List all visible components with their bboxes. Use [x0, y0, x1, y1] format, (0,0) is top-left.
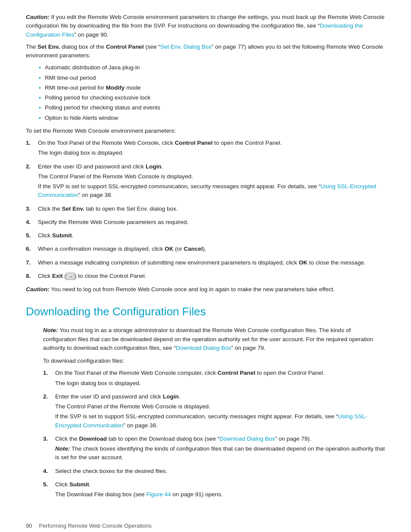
step-num-5: 5.	[26, 231, 38, 240]
download-step-3-line1: Click the Download tab to open the Downl…	[55, 435, 385, 443]
download-step-1-content: On the Tool Panel of the Remote Web Cons…	[55, 369, 385, 389]
list-item: Option to hide Alerts window	[39, 114, 385, 122]
step-6: 6. When a confirmation message is displa…	[26, 245, 385, 255]
list-item: Polling period for checking exclusive lo…	[39, 93, 385, 102]
env-parameters-list: Automatic distribution of Java plug-in R…	[39, 63, 385, 122]
step-7-content: When a message indicating completion of …	[38, 258, 385, 268]
bottom-caution-text: You need to log out from Remote Web Cons…	[50, 286, 335, 292]
caution-label-1: Caution:	[26, 14, 50, 20]
control-panel-bold-2: Control Panel	[218, 370, 255, 376]
set-env-text3: (see “	[144, 44, 160, 50]
note-label-2: Note:	[55, 445, 70, 452]
download-step-2: 2. Enter the user ID and password and cl…	[43, 392, 385, 431]
download-step-num-5: 5.	[43, 480, 55, 489]
download-steps-intro: To download configuration files:	[43, 357, 385, 365]
step-num-3: 3.	[26, 205, 38, 213]
step-2-line3: If the SVP is set to support SSL-encrypt…	[38, 182, 385, 200]
list-item: RMI time-out period for Modify mode	[39, 84, 385, 92]
bottom-caution-paragraph: Caution: You need to log out from Remote…	[26, 285, 385, 294]
set-env-steps-intro: To set the Remote Web Console environmen…	[26, 127, 385, 135]
step-7-line1: When a message indicating completion of …	[38, 258, 385, 267]
top-caution-paragraph: Caution: If you edit the Remote Web Cons…	[26, 13, 385, 39]
step-8: 8. Click Exit (→) to close the Control P…	[26, 272, 385, 282]
footer-text: Performing Remote Web Console Operations	[39, 522, 151, 530]
step-6-content: When a confirmation message is displayed…	[38, 245, 385, 255]
step-4-content: Specify the Remote Web Console parameter…	[38, 218, 385, 228]
step-8-content: Click Exit (→) to close the Control Pane…	[38, 272, 385, 282]
download-step-2-line3: If the SVP is set to support SSL-encrypt…	[55, 412, 385, 430]
step-8-line1: Click Exit (→) to close the Control Pane…	[38, 272, 385, 280]
download-step-2-line1: Enter the user ID and password and click…	[55, 392, 385, 401]
list-item: RMI time-out period	[39, 74, 385, 82]
download-step-num-4: 4.	[43, 467, 55, 476]
footer: 90 Performing Remote Web Console Operati…	[26, 517, 385, 530]
top-caution-suffix: ” on page 90.	[75, 31, 109, 38]
download-step-1-line2: The login dialog box is displayed.	[55, 379, 385, 388]
step-7: 7. When a message indicating completion …	[26, 258, 385, 268]
step-num-8: 8.	[26, 272, 38, 280]
exit-icon: →	[66, 273, 75, 280]
control-panel-bold-1: Control Panel	[175, 140, 213, 146]
exit-bold: Exit	[52, 273, 63, 279]
download-note-end: ” on page 79.	[231, 345, 266, 351]
download-steps-list: 1. On the Tool Panel of the Remote Web C…	[43, 369, 385, 500]
step-2: 2. Enter the user ID and password and cl…	[26, 162, 385, 201]
step-3-line1: Click the Set Env. tab to open the Set E…	[38, 205, 385, 213]
step-1-line1: On the Tool Panel of the Remote Web Cons…	[38, 139, 385, 147]
step-1: 1. On the Tool Panel of the Remote Web C…	[26, 139, 385, 159]
step-4: 4. Specify the Remote Web Console parame…	[26, 218, 385, 228]
submit-bold-1: Submit	[52, 232, 72, 239]
download-step-num-3: 3.	[43, 435, 55, 443]
step-5: 5. Click Submit.	[26, 231, 385, 241]
step-3: 3. Click the Set Env. tab to open the Se…	[26, 205, 385, 215]
download-step-num-1: 1.	[43, 369, 55, 377]
list-item: Polling period for checking status and e…	[39, 103, 385, 112]
download-section-content: Note: You must log in as a storage admin…	[43, 326, 385, 500]
step-2-content: Enter the user ID and password and click…	[38, 162, 385, 201]
ok-bold-2: OK	[299, 259, 308, 266]
set-env-dialog-box-link[interactable]: Set Env. Dialog Box	[160, 44, 212, 50]
download-step-3: 3. Click the Download tab to open the Do…	[43, 435, 385, 464]
ssl-link-1[interactable]: Using SSL-Encrypted Communication	[38, 183, 376, 198]
step-num-4: 4.	[26, 218, 38, 227]
download-step-5-content: Click Submit. The Download File dialog b…	[55, 480, 385, 501]
download-step-5: 5. Click Submit. The Download File dialo…	[43, 480, 385, 501]
cancel-bold: Cancel	[184, 246, 202, 252]
download-step-4-line1: Select the check boxes for the desired f…	[55, 467, 385, 476]
step-num-2: 2.	[26, 162, 38, 171]
set-env-tab-bold: Set Env.	[62, 205, 84, 212]
step-num-7: 7.	[26, 258, 38, 267]
set-env-text2: dialog box of the	[60, 44, 106, 50]
download-step-1: 1. On the Tool Panel of the Remote Web C…	[43, 369, 385, 389]
set-env-text1: The	[26, 44, 37, 50]
download-dialog-box-link-1[interactable]: Download Dialog Box	[176, 345, 231, 351]
step-5-line1: Click Submit.	[38, 231, 385, 240]
step-3-content: Click the Set Env. tab to open the Set E…	[38, 205, 385, 215]
download-step-num-2: 2.	[43, 392, 55, 401]
set-env-steps-list: 1. On the Tool Panel of the Remote Web C…	[26, 139, 385, 282]
download-step-5-line1: Click Submit.	[55, 480, 385, 489]
set-env-bold1: Set Env.	[37, 44, 60, 50]
download-note-paragraph: Note: You must log in as a storage admin…	[43, 326, 385, 352]
step-2-line2: The Control Panel of the Remote Web Cons…	[38, 172, 385, 181]
download-step-3-content: Click the Download tab to open the Downl…	[55, 435, 385, 464]
download-step-4: 4. Select the check boxes for the desire…	[43, 467, 385, 477]
step-num-1: 1.	[26, 139, 38, 147]
modify-bold: Modify	[106, 84, 125, 91]
note-label: Note:	[43, 327, 58, 333]
step-4-line1: Specify the Remote Web Console parameter…	[38, 218, 385, 227]
ok-bold-1: OK	[165, 246, 173, 252]
step-num-6: 6.	[26, 245, 38, 253]
step-5-content: Click Submit.	[38, 231, 385, 241]
download-dialog-box-link-2[interactable]: Download Dialog Box	[219, 436, 275, 442]
page-number: 90	[26, 522, 32, 530]
download-step-2-content: Enter the user ID and password and click…	[55, 392, 385, 431]
step-1-content: On the Tool Panel of the Remote Web Cons…	[38, 139, 385, 159]
section-heading-download: Downloading the Configuration Files	[26, 303, 385, 320]
figure-44-link[interactable]: Figure 44	[146, 491, 171, 498]
step-6-line1: When a confirmation message is displayed…	[38, 245, 385, 253]
download-step-5-line2: The Download File dialog box (see Figure…	[55, 490, 385, 499]
login-bold-2: Login	[163, 393, 179, 400]
download-note-box: Note: You must log in as a storage admin…	[43, 326, 385, 352]
ssl-link-2[interactable]: Using SSL-Encrypted Communication	[55, 413, 367, 428]
